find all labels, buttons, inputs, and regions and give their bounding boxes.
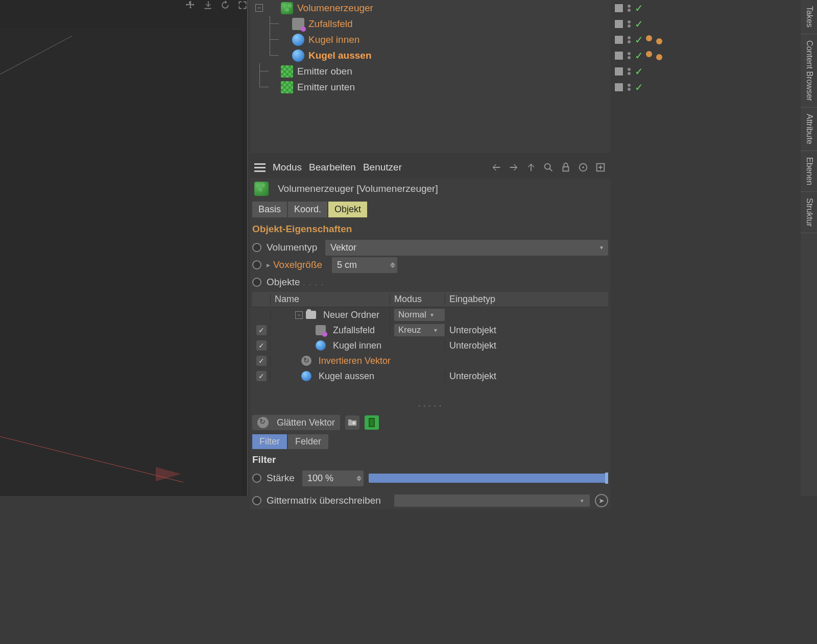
layer-toggle[interactable] xyxy=(614,67,623,76)
prop-label: Gittermatrix überschreiben xyxy=(267,495,389,506)
attribute-title-row: Volumenerzeuger [Volumenerzeuger] xyxy=(250,178,610,200)
nav-back-icon[interactable] xyxy=(491,162,502,173)
obj-row-emitter-oben[interactable]: Emitter oben ✓ xyxy=(250,63,610,79)
obj-row-volumenerzeuger[interactable]: − Volumenerzeuger ✓ xyxy=(250,0,610,16)
hamburger-icon[interactable] xyxy=(254,163,266,172)
side-tab-struktur[interactable]: Struktur xyxy=(801,192,817,233)
spinner-down[interactable] xyxy=(390,265,395,268)
tab-koord[interactable]: Koord. xyxy=(288,202,327,217)
list-row-kugel-innen[interactable]: ✓ Kugel innen Unterobjekt xyxy=(252,338,608,353)
layer-toggle[interactable] xyxy=(614,83,623,92)
menu-benutzer[interactable]: Benutzer xyxy=(363,162,402,173)
row-checkbox[interactable]: ✓ xyxy=(256,340,267,351)
visibility-check[interactable]: ✓ xyxy=(635,49,643,62)
tab-objekt[interactable]: Objekt xyxy=(328,202,367,217)
side-tab-ebenen[interactable]: Ebenen xyxy=(801,151,817,192)
obj-label: Emitter oben xyxy=(297,66,352,77)
strength-input[interactable]: 100 % xyxy=(302,470,364,486)
gittermatrix-linkbox[interactable]: ▾ xyxy=(394,494,590,507)
voxel-input[interactable]: 5 cm xyxy=(332,257,397,273)
download-icon[interactable] xyxy=(201,0,214,10)
layer-toggle[interactable] xyxy=(614,51,623,60)
prop-objekte: Objekte xyxy=(250,274,610,291)
volumentyp-dropdown[interactable]: Vektor ▾ xyxy=(325,240,608,256)
visibility-check[interactable]: ✓ xyxy=(635,81,643,93)
menu-modus[interactable]: Modus xyxy=(273,162,302,173)
mode-dropdown[interactable]: Kreuz▾ xyxy=(394,324,445,336)
chevron-down-icon[interactable]: ▾ xyxy=(581,498,590,504)
move-icon[interactable] xyxy=(184,0,197,10)
search-icon[interactable] xyxy=(543,162,554,173)
tab-basis[interactable]: Basis xyxy=(252,202,287,217)
layer-toggle[interactable] xyxy=(614,4,623,13)
obj-row-kugel-aussen[interactable]: Kugel aussen ✓ xyxy=(250,47,610,63)
sphere-icon xyxy=(292,34,304,46)
tab-filter[interactable]: Filter xyxy=(252,434,287,449)
side-tab-content-browser[interactable]: Content Browser xyxy=(801,34,817,108)
row-checkbox[interactable]: ✓ xyxy=(256,356,267,366)
picker-button[interactable]: ➤ xyxy=(595,494,608,507)
strength-slider[interactable] xyxy=(369,474,608,483)
new-tab-icon[interactable] xyxy=(595,162,606,173)
spinner-up[interactable] xyxy=(390,262,395,265)
list-row-zufallsfeld[interactable]: ✓ Zufallsfeld Kreuz▾ Unterobjekt xyxy=(252,323,608,338)
menu-bearbeiten[interactable]: Bearbeiten xyxy=(309,162,356,173)
layer-toggle[interactable] xyxy=(614,35,623,44)
prop-gittermatrix: Gittermatrix überschreiben ▾ ➤ xyxy=(250,492,610,509)
anim-radio[interactable] xyxy=(252,278,261,287)
tree-expand-toggle[interactable]: − xyxy=(255,4,263,12)
spinner-down[interactable] xyxy=(356,479,362,481)
viewport-toolbar xyxy=(184,0,249,10)
viewport-3d[interactable] xyxy=(0,0,248,496)
list-row-folder[interactable]: − Neuer Ordner Normal▾ xyxy=(252,307,608,323)
anim-radio[interactable] xyxy=(252,474,261,483)
anim-radio[interactable] xyxy=(252,243,261,252)
tree-expand-toggle[interactable]: − xyxy=(295,311,303,319)
spinner-up[interactable] xyxy=(356,476,362,478)
expand-triangle-icon[interactable]: ▸ xyxy=(267,261,270,269)
nav-up-icon[interactable] xyxy=(525,162,537,173)
obj-row-kugel-innen[interactable]: Kugel innen ✓ xyxy=(250,32,610,47)
row-checkbox[interactable]: ✓ xyxy=(256,371,267,381)
obj-row-zufallsfeld[interactable]: Zufallsfeld ✓ xyxy=(250,16,610,32)
add-folder-button[interactable] xyxy=(345,415,359,430)
target-icon[interactable] xyxy=(578,162,589,173)
viewport-canvas[interactable] xyxy=(0,28,242,496)
object-tags[interactable] xyxy=(646,35,662,44)
input-value: 5 cm xyxy=(337,260,357,270)
visibility-check[interactable]: ✓ xyxy=(635,2,643,14)
sphere-icon xyxy=(292,49,304,62)
resize-handle[interactable]: • • • • • xyxy=(252,401,608,411)
visibility-check[interactable]: ✓ xyxy=(635,34,643,46)
side-tab-attribute[interactable]: Attribute xyxy=(801,108,817,151)
attribute-header: Modus Bearbeiten Benutzer xyxy=(250,157,610,178)
prop-volumentyp: Volumentyp Vektor ▾ xyxy=(250,239,610,256)
chip-label: Glätten Vektor xyxy=(277,417,335,428)
obj-row-emitter-unten[interactable]: Emitter unten ✓ xyxy=(250,79,610,95)
visibility-check[interactable]: ✓ xyxy=(635,18,643,30)
anim-radio[interactable] xyxy=(252,260,261,269)
visibility-check[interactable]: ✓ xyxy=(635,65,643,78)
mode-dropdown[interactable]: Normal▾ xyxy=(394,309,445,321)
list-row-invertieren[interactable]: ✓ Invertieren Vektor xyxy=(252,353,608,368)
col-name[interactable]: Name xyxy=(270,294,390,305)
frame-icon[interactable] xyxy=(236,0,249,10)
anim-radio[interactable] xyxy=(252,496,261,505)
svg-point-0 xyxy=(545,164,550,169)
prop-staerke: Stärke 100 % xyxy=(250,469,610,487)
tab-felder[interactable]: Felder xyxy=(288,434,328,449)
nav-forward-icon[interactable] xyxy=(508,162,519,173)
add-item-button[interactable] xyxy=(365,415,379,430)
col-input[interactable]: Eingabetyp xyxy=(445,294,608,305)
layer-toggle[interactable] xyxy=(614,19,623,29)
filter-chip-glaetten[interactable]: Glätten Vektor xyxy=(252,415,340,430)
side-tab-takes[interactable]: Takes xyxy=(801,0,817,34)
rotate-icon[interactable] xyxy=(219,0,232,10)
list-row-kugel-aussen[interactable]: ✓ Kugel aussen Unterobjekt xyxy=(252,368,608,384)
lock-icon[interactable] xyxy=(560,162,571,173)
slider-thumb[interactable] xyxy=(605,473,608,484)
col-mode[interactable]: Modus xyxy=(390,294,445,305)
object-tags[interactable] xyxy=(646,51,662,60)
row-checkbox[interactable]: ✓ xyxy=(256,325,267,335)
emitter-icon xyxy=(281,65,293,78)
